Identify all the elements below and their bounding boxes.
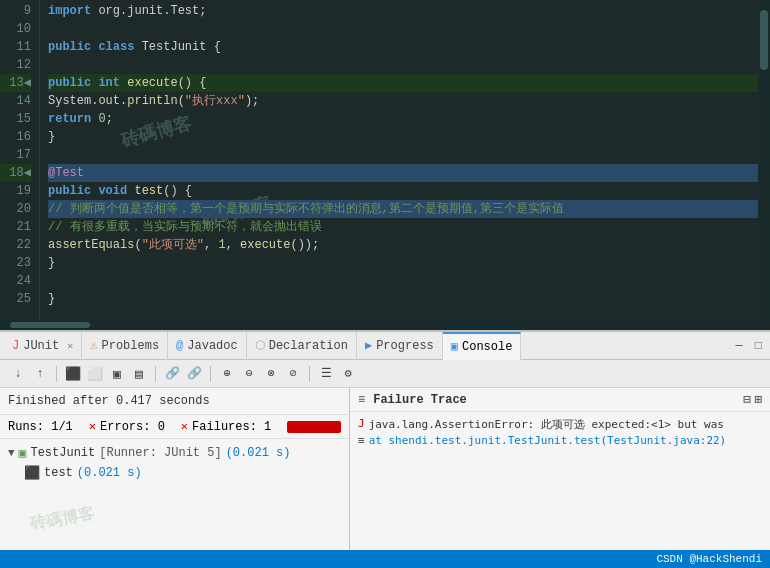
runs-label: Runs: 1/1 <box>8 420 73 434</box>
code-line-24 <box>48 272 758 290</box>
declaration-icon: ⬡ <box>255 338 265 353</box>
failure-trace-title: Failure Trace <box>373 393 467 407</box>
junit-status-text: Finished after 0.417 seconds <box>8 394 210 408</box>
watermark-panel: 砖碼博客 <box>29 503 96 535</box>
toolbar-btn-12[interactable]: ⚙ <box>338 364 358 384</box>
tab-problems-label: Problems <box>101 339 159 353</box>
tab-problems[interactable]: ⚠ Problems <box>82 332 168 360</box>
line-numbers: 9 10 11 12 13◀ 14 15 16 17 18◀ 19 20 21 … <box>0 0 40 320</box>
tree-test-time: (0.021 s) <box>77 466 142 480</box>
code-line-10 <box>48 20 758 38</box>
line-num-10: 10 <box>0 20 31 38</box>
failure-line-2: ≡ at shendi.test.junit.TestJunit.test(Te… <box>358 433 762 448</box>
toolbar-btn-8[interactable]: ⊖ <box>239 364 259 384</box>
maximize-btn[interactable]: □ <box>751 337 766 355</box>
runs-stat: Runs: 1/1 <box>8 420 73 434</box>
line-num-12: 12 <box>0 56 31 74</box>
errors-stat: ✕ Errors: 0 <box>89 419 165 434</box>
code-line-23: } <box>48 254 758 272</box>
code-line-14: System.out.println("执行xxx"); <box>48 92 758 110</box>
toolbar-btn-11[interactable]: ☰ <box>316 364 336 384</box>
sep-4 <box>309 366 310 382</box>
toolbar-btn-10[interactable]: ⊘ <box>283 364 303 384</box>
toolbar-btn-2[interactable]: ⬜ <box>85 364 105 384</box>
toolbar-skip-up[interactable]: ↑ <box>30 364 50 384</box>
code-line-22: assertEquals("此项可选", 1, execute()); <box>48 236 758 254</box>
line-num-25: 25 <box>0 290 31 308</box>
javadoc-icon: @ <box>176 339 183 353</box>
line-num-17: 17 <box>0 146 31 164</box>
test-icon: ⬛ <box>24 465 40 481</box>
toolbar-btn-6[interactable]: 🔗 <box>184 364 204 384</box>
tab-progress-label: Progress <box>376 339 434 353</box>
line-num-24: 24 <box>0 272 31 290</box>
code-line-16: } <box>48 128 758 146</box>
line-num-9: 9 <box>0 2 31 20</box>
tab-console[interactable]: ▣ Console <box>443 332 522 360</box>
failure-trace-icon: ≡ <box>358 393 365 407</box>
toolbar-btn-4[interactable]: ▤ <box>129 364 149 384</box>
failure-trace-controls: ⊟ ⊞ <box>744 392 762 407</box>
minimize-btn[interactable]: — <box>732 337 747 355</box>
toolbar-skip-down[interactable]: ↓ <box>8 364 28 384</box>
code-line-21: // 有很多重载，当实际与预期不符，就会抛出错误 <box>48 218 758 236</box>
failure-content[interactable]: J java.lang.AssertionError: 此项可选 expecte… <box>350 412 770 550</box>
code-line-19: public void test() { <box>48 182 758 200</box>
line-num-23: 23 <box>0 254 31 272</box>
failure-filter-btn[interactable]: ⊞ <box>755 392 762 407</box>
horizontal-scrollbar[interactable] <box>0 320 770 330</box>
problems-icon: ⚠ <box>90 338 97 353</box>
toolbar-row: ↓ ↑ ⬛ ⬜ ▣ ▤ 🔗 🔗 ⊕ ⊖ ⊗ ⊘ ☰ ⚙ <box>0 360 770 388</box>
failure-trace-header: ≡ Failure Trace ⊟ ⊞ <box>350 388 770 412</box>
toolbar-btn-7[interactable]: ⊕ <box>217 364 237 384</box>
failures-stat: ✕ Failures: 1 <box>181 419 271 434</box>
tab-junit[interactable]: J JUnit ✕ <box>4 332 82 360</box>
junit-tree[interactable]: ▼ ▣ TestJunit [Runner: JUnit 5] (0.021 s… <box>0 439 349 499</box>
suite-icon: ▣ <box>19 445 27 461</box>
code-line-12 <box>48 56 758 74</box>
errors-label: Errors: 0 <box>100 420 165 434</box>
code-content[interactable]: import org.junit.Test; public class Test… <box>40 0 758 320</box>
toolbar-btn-1[interactable]: ⬛ <box>63 364 83 384</box>
code-line-13: public int execute() { <box>48 74 758 92</box>
tree-expand-icon: ▼ <box>8 447 15 459</box>
tab-junit-close[interactable]: ✕ <box>67 340 73 352</box>
code-line-15: return 0; <box>48 110 758 128</box>
tree-test[interactable]: ⬛ test (0.021 s) <box>4 463 345 483</box>
h-scroll-thumb[interactable] <box>10 322 90 328</box>
console-icon: ▣ <box>451 339 458 354</box>
editor-area: 砖碼博客 砖碼博客 9 10 11 12 13◀ 14 15 16 17 18◀… <box>0 0 770 320</box>
toolbar-btn-9[interactable]: ⊗ <box>261 364 281 384</box>
junit-status: Finished after 0.417 seconds <box>0 388 349 415</box>
failure-j-icon: J <box>358 417 365 430</box>
scrollbar-thumb[interactable] <box>760 10 768 70</box>
progress-bar <box>287 421 341 433</box>
line-num-21: 21 <box>0 218 31 236</box>
junit-left-panel: Finished after 0.417 seconds Runs: 1/1 ✕… <box>0 388 350 550</box>
tree-root-label: TestJunit <box>30 446 95 460</box>
tab-progress[interactable]: ▶ Progress <box>357 332 443 360</box>
code-line-17 <box>48 146 758 164</box>
tab-declaration[interactable]: ⬡ Declaration <box>247 332 357 360</box>
tree-root-time: (0.021 s) <box>226 446 291 460</box>
tab-declaration-label: Declaration <box>269 339 348 353</box>
tree-root-detail: [Runner: JUnit 5] <box>99 446 221 460</box>
failure-copy-btn[interactable]: ⊟ <box>744 392 751 407</box>
toolbar-btn-3[interactable]: ▣ <box>107 364 127 384</box>
line-num-11: 11 <box>0 38 31 56</box>
code-line-11: public class TestJunit { <box>48 38 758 56</box>
vertical-scrollbar[interactable] <box>758 0 770 320</box>
error-icon: ✕ <box>89 419 96 434</box>
line-num-15: 15 <box>0 110 31 128</box>
sep-3 <box>210 366 211 382</box>
junit-stats: Runs: 1/1 ✕ Errors: 0 ✕ Failures: 1 <box>0 415 349 439</box>
sep-1 <box>56 366 57 382</box>
tab-javadoc[interactable]: @ Javadoc <box>168 332 247 360</box>
toolbar-btn-5[interactable]: 🔗 <box>162 364 182 384</box>
code-line-9: import org.junit.Test; <box>48 2 758 20</box>
line-num-20: 20 <box>0 200 31 218</box>
status-text: CSDN @HackShendi <box>656 553 762 565</box>
tree-test-label: test <box>44 466 73 480</box>
tree-root[interactable]: ▼ ▣ TestJunit [Runner: JUnit 5] (0.021 s… <box>4 443 345 463</box>
junit-icon: J <box>12 339 19 353</box>
